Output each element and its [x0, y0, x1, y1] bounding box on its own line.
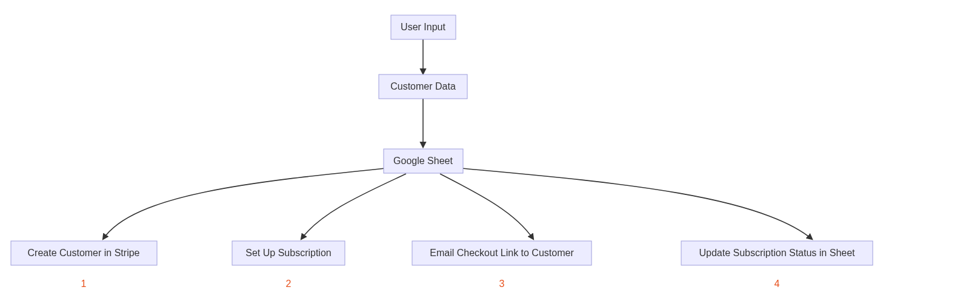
node-create-customer-stripe: Create Customer in Stripe — [11, 241, 157, 265]
edge-c-f — [440, 174, 533, 239]
node-setup-subscription-label: Set Up Subscription — [245, 248, 331, 258]
node-customer-data: Customer Data — [379, 74, 467, 99]
flowchart-canvas: User Input Customer Data Google Sheet Cr… — [0, 0, 980, 307]
node-setup-subscription: Set Up Subscription — [232, 241, 345, 265]
node-email-checkout-link-label: Email Checkout Link to Customer — [430, 248, 574, 258]
order-label-2: 2 — [286, 279, 292, 289]
node-google-sheet: Google Sheet — [384, 149, 463, 173]
node-user-input: User Input — [391, 15, 456, 39]
node-update-subscription-status-label: Update Subscription Status in Sheet — [699, 248, 855, 258]
node-customer-data-label: Customer Data — [390, 81, 456, 91]
order-label-4: 4 — [775, 279, 780, 289]
node-email-checkout-link: Email Checkout Link to Customer — [412, 241, 592, 265]
node-create-customer-stripe-label: Create Customer in Stripe — [28, 248, 140, 258]
edge-c-g — [462, 168, 812, 239]
node-google-sheet-label: Google Sheet — [393, 156, 453, 166]
edge-c-e — [301, 174, 406, 239]
node-user-input-label: User Input — [401, 22, 445, 32]
node-update-subscription-status: Update Subscription Status in Sheet — [681, 241, 873, 265]
order-label-3: 3 — [499, 279, 505, 289]
edge-c-d — [103, 168, 385, 239]
order-label-1: 1 — [81, 279, 87, 289]
